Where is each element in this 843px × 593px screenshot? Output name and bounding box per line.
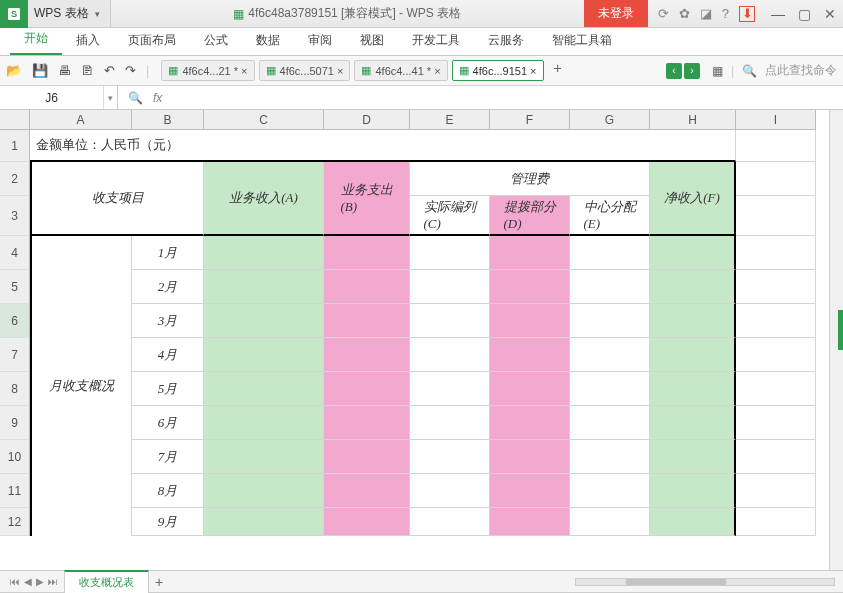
ribbon-tab-smart[interactable]: 智能工具箱 [538, 26, 626, 55]
sheet-next-button[interactable]: ▶ [36, 576, 44, 587]
ribbon-tab-dev[interactable]: 开发工具 [398, 26, 474, 55]
cell[interactable] [204, 270, 324, 304]
cell[interactable]: 净收入(F) [650, 162, 736, 236]
cell[interactable] [410, 236, 490, 270]
cell[interactable] [650, 372, 736, 406]
cell[interactable] [410, 440, 490, 474]
file-tab[interactable]: ▦4f6c4...41 * × [354, 60, 447, 81]
cell[interactable] [570, 508, 650, 536]
cell[interactable]: 2月 [132, 270, 204, 304]
cell[interactable] [650, 304, 736, 338]
cell[interactable]: 收支项目 [30, 162, 204, 236]
login-button[interactable]: 未登录 [584, 0, 648, 27]
name-box[interactable]: J6 ▾ [0, 86, 118, 109]
sync-icon[interactable]: ⟳ [658, 6, 669, 21]
sheet-prev-button[interactable]: ◀ [24, 576, 32, 587]
formula-input[interactable] [172, 86, 843, 109]
cell[interactable]: 3月 [132, 304, 204, 338]
cell[interactable] [204, 440, 324, 474]
minimize-button[interactable]: — [765, 6, 791, 22]
cell[interactable] [490, 508, 570, 536]
cell[interactable] [736, 236, 816, 270]
cell[interactable] [490, 270, 570, 304]
cell[interactable] [324, 270, 410, 304]
cell[interactable] [490, 236, 570, 270]
cell[interactable] [570, 338, 650, 372]
cell[interactable] [570, 304, 650, 338]
cell[interactable] [650, 236, 736, 270]
cell[interactable] [490, 406, 570, 440]
cell[interactable] [204, 508, 324, 536]
skin-icon[interactable]: ◪ [700, 6, 712, 21]
cell[interactable] [324, 440, 410, 474]
app-name[interactable]: WPS 表格 ▾ [28, 0, 111, 27]
cell[interactable] [204, 236, 324, 270]
cell[interactable] [410, 406, 490, 440]
row-headers[interactable]: 123456789101112 [0, 130, 30, 536]
cell[interactable]: 1月 [132, 236, 204, 270]
cell[interactable]: 业务支出(B) [324, 162, 410, 236]
cell[interactable]: 中心分配(E) [570, 196, 650, 236]
cell[interactable] [570, 440, 650, 474]
cell[interactable]: 7月 [132, 440, 204, 474]
ribbon-tab-layout[interactable]: 页面布局 [114, 26, 190, 55]
cell[interactable] [650, 474, 736, 508]
cell[interactable] [410, 338, 490, 372]
ribbon-tab-review[interactable]: 审阅 [294, 26, 346, 55]
print-preview-icon[interactable]: 🖹 [81, 63, 94, 78]
sheet-first-button[interactable]: ⏮ [10, 576, 20, 587]
file-tab-add[interactable]: + [548, 60, 568, 81]
cell[interactable] [410, 270, 490, 304]
cell[interactable] [736, 338, 816, 372]
cell[interactable] [736, 162, 816, 196]
cell[interactable] [736, 406, 816, 440]
cell[interactable] [736, 270, 816, 304]
tab-prev-button[interactable]: ‹ [666, 63, 682, 79]
redo-icon[interactable]: ↷ [125, 63, 136, 78]
cell[interactable] [736, 440, 816, 474]
close-button[interactable]: ✕ [817, 6, 843, 22]
cell[interactable]: 月收支概况 [30, 236, 132, 536]
cell[interactable] [736, 196, 816, 236]
cell[interactable] [204, 372, 324, 406]
cell[interactable] [324, 338, 410, 372]
cell[interactable] [570, 270, 650, 304]
cell[interactable] [324, 508, 410, 536]
ribbon-tab-formula[interactable]: 公式 [190, 26, 242, 55]
cell[interactable]: 提拨部分(D) [490, 196, 570, 236]
cell[interactable] [204, 304, 324, 338]
tab-next-button[interactable]: › [684, 63, 700, 79]
cell[interactable] [490, 372, 570, 406]
cell[interactable] [570, 474, 650, 508]
column-headers[interactable]: ABCDEFGHI [30, 110, 816, 130]
cell[interactable] [736, 474, 816, 508]
cell[interactable] [490, 338, 570, 372]
ribbon-tab-view[interactable]: 视图 [346, 26, 398, 55]
cell[interactable] [650, 440, 736, 474]
help-icon[interactable]: ? [722, 6, 729, 21]
cell[interactable] [650, 406, 736, 440]
cell[interactable]: 实际编列(C) [410, 196, 490, 236]
chevron-down-icon[interactable]: ▾ [103, 86, 117, 109]
file-tab[interactable]: ▦4f6c...5071 × [259, 60, 351, 81]
sheet-last-button[interactable]: ⏭ [48, 576, 58, 587]
ribbon-tab-cloud[interactable]: 云服务 [474, 26, 538, 55]
cell[interactable] [410, 372, 490, 406]
select-all-corner[interactable] [0, 110, 30, 130]
ribbon-tab-insert[interactable]: 插入 [62, 26, 114, 55]
cell[interactable] [204, 406, 324, 440]
undo-icon[interactable]: ↶ [104, 63, 115, 78]
cell[interactable] [650, 338, 736, 372]
ribbon-tab-data[interactable]: 数据 [242, 26, 294, 55]
cell[interactable] [736, 372, 816, 406]
print-icon[interactable]: 🖶 [58, 63, 71, 78]
download-icon[interactable]: ⬇ [739, 6, 755, 22]
file-tab[interactable]: ▦4f6c4...21 * × [161, 60, 254, 81]
cell[interactable] [324, 304, 410, 338]
cell[interactable] [324, 474, 410, 508]
search-icon[interactable]: 🔍 [742, 64, 757, 78]
save-icon[interactable]: 💾 [32, 63, 48, 78]
cell[interactable]: 6月 [132, 406, 204, 440]
maximize-button[interactable]: ▢ [791, 6, 817, 22]
hscroll-thumb[interactable] [626, 579, 726, 585]
